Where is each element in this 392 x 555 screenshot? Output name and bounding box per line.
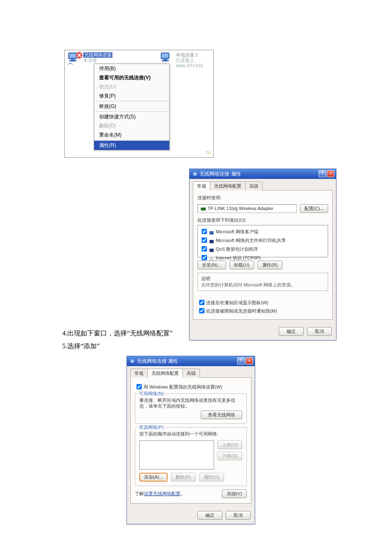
- item-checkbox[interactable]: [202, 237, 207, 243]
- help-button[interactable]: ?: [319, 170, 326, 177]
- tab-panel: 连接时使用: TP-LINK 11b/g Wireless Adapter 配置…: [193, 191, 333, 320]
- list-item[interactable]: QoS 数据包计划程序: [200, 244, 326, 253]
- svg-rect-12: [209, 240, 214, 243]
- menu-rename[interactable]: 重命名(M): [94, 130, 169, 139]
- dialog-footer: 确定 取消: [190, 323, 336, 340]
- view-wireless-button[interactable]: 查看无线网络: [201, 411, 242, 419]
- window-icon: [129, 358, 135, 364]
- dialog-body: 常规 无线网络配置 高级 连接时使用: TP-LINK 11b/g Wirele…: [190, 179, 336, 323]
- dialog-titlebar[interactable]: 无线网络连接 属性 ? ×: [190, 169, 336, 179]
- use-windows-checkbox[interactable]: [136, 384, 142, 389]
- preferred-networks-group: 首选网络(P): 按下面的顺序自动连接到一个可用网络: 上移(U) 下移(D) …: [135, 427, 247, 486]
- tab-panel: 用 Windows 配置我的无线网络设置(W) 可用网络(N): 要连接、断开区…: [130, 378, 251, 504]
- tcpip-icon: [209, 256, 214, 261]
- svg-rect-6: [162, 54, 168, 58]
- learn-link[interactable]: 设置无线网络配置: [144, 491, 180, 496]
- item-properties-button[interactable]: 属性(R): [258, 261, 282, 269]
- item-checkbox[interactable]: [202, 255, 207, 260]
- description-title: 说明: [201, 276, 324, 282]
- tab-advanced[interactable]: 高级: [245, 181, 263, 191]
- items-list[interactable]: Microsoft 网络客户端 Microsoft 网络的文件和打印机共享 Qo…: [197, 225, 328, 257]
- lan-title: 本地连接 2: [176, 52, 198, 57]
- adapter-name: TP-LINK 11b/g Wireless Adapter: [207, 206, 273, 211]
- document-page: 无线网络连接 未连接 本地连接 2 已连接上 altek RTL810 停用(B…: [0, 0, 392, 555]
- wireless-status: 未连接: [83, 58, 97, 63]
- connect-using-label: 连接时使用:: [197, 195, 328, 201]
- menu-delete: 删除(D): [94, 121, 169, 130]
- lan-status: 已连接上: [176, 58, 194, 63]
- lan-adapter: altek RTL810: [176, 63, 203, 68]
- show-icon-checkbox[interactable]: [199, 300, 205, 305]
- item-checkbox[interactable]: [202, 246, 207, 252]
- step5-caption: 5.选择“添加”: [62, 342, 100, 351]
- notify-row[interactable]: 此连接被限制或无连接时通知我(M): [197, 306, 328, 314]
- install-button[interactable]: 安装(N)...: [197, 261, 226, 269]
- use-windows-row[interactable]: 用 Windows 配置我的无线网络设置(W): [135, 382, 247, 390]
- menu-separator: [94, 111, 169, 112]
- svg-rect-3: [69, 60, 76, 61]
- remove-button: 删除(R): [171, 473, 196, 482]
- cancel-button[interactable]: 取消: [307, 327, 332, 336]
- cancel-button[interactable]: 取消: [226, 511, 251, 520]
- move-down-button: 下移(D): [217, 452, 242, 460]
- list-item[interactable]: Microsoft 网络的文件和打印机共享: [200, 235, 326, 244]
- service-icon: [209, 239, 214, 243]
- ok-button[interactable]: 确定: [279, 327, 304, 336]
- items-label: 此连接使用下列项目(O):: [197, 217, 328, 223]
- menu-repair[interactable]: 修复(P): [94, 91, 169, 100]
- tab-advanced[interactable]: 高级: [183, 369, 200, 378]
- description-text: 允许您的计算机访问 Microsoft 网络上的资源。: [201, 282, 324, 288]
- dialog-footer: 确定 取消: [127, 507, 255, 524]
- preferred-networks-desc: 按下面的顺序自动连接到一个可用网络:: [139, 431, 242, 437]
- advanced-button[interactable]: 高级(V): [222, 489, 247, 498]
- learn-text: 了解设置无线网络配置。: [135, 491, 185, 497]
- wireless-title: 无线网络连接: [83, 52, 112, 58]
- svg-rect-2: [71, 59, 75, 60]
- description-box: 说明 允许您的计算机访问 Microsoft 网络上的资源。: [197, 273, 328, 291]
- tab-general[interactable]: 常规: [130, 369, 148, 378]
- list-item[interactable]: Microsoft 网络客户端: [200, 227, 326, 235]
- tab-wireless-config[interactable]: 无线网络配置: [147, 369, 183, 378]
- lan-connection-label: 本地连接 2 已连接上 altek RTL810: [176, 51, 203, 68]
- available-networks-desc: 要连接、断开区域内无线网络或查找有关更多信息，请单击下面的按钮。: [139, 397, 242, 409]
- menu-status: 状态(U): [94, 82, 169, 91]
- svg-rect-8: [162, 60, 169, 61]
- add-button[interactable]: 添加(A)...: [139, 473, 168, 482]
- dialog-titlebar[interactable]: 无线网络连接 属性 ? ×: [127, 356, 255, 366]
- tab-wireless-config[interactable]: 无线网络配置: [210, 181, 246, 191]
- menu-properties[interactable]: 属性(R): [94, 141, 169, 150]
- notify-checkbox[interactable]: [199, 308, 205, 313]
- wireless-computer-icon: [67, 51, 83, 66]
- item-checkbox[interactable]: [202, 229, 207, 234]
- watermark: tu: [206, 149, 211, 155]
- available-networks-group: 可用网络(N): 要连接、断开区域内无线网络或查找有关更多信息，请单击下面的按钮…: [135, 394, 247, 424]
- close-button[interactable]: ×: [246, 357, 253, 364]
- preferred-networks-list[interactable]: [139, 440, 214, 469]
- wireless-connection-label: 无线网络连接 未连接: [83, 51, 112, 63]
- tab-general[interactable]: 常规: [193, 181, 210, 191]
- menu-bridge[interactable]: 桥接(G): [94, 102, 169, 111]
- menu-shortcut[interactable]: 创建快捷方式(S): [94, 112, 169, 121]
- pref-properties-button: 属性(O): [199, 473, 224, 482]
- step4-caption: 4.出现如下窗口，选择“无线网络配置”: [62, 329, 173, 338]
- ok-button[interactable]: 确定: [197, 511, 222, 520]
- menu-disable[interactable]: 停用(B): [94, 64, 169, 73]
- uninstall-button[interactable]: 卸载(U): [229, 261, 254, 269]
- available-networks-title: 可用网络(N):: [138, 391, 166, 397]
- adapter-icon: [200, 207, 206, 211]
- window-icon: [192, 171, 198, 177]
- show-icon-row[interactable]: 连接后在通知区域显示图标(W): [197, 298, 328, 306]
- move-up-button: 上移(U): [217, 440, 242, 449]
- client-icon: [209, 230, 214, 235]
- svg-rect-10: [201, 208, 206, 210]
- menu-view-wireless[interactable]: 查看可用的无线连接(V): [94, 73, 169, 82]
- configure-button[interactable]: 配置(C)...: [300, 204, 328, 213]
- close-button[interactable]: ×: [327, 170, 334, 177]
- qos-icon: [209, 247, 214, 252]
- adapter-field: TP-LINK 11b/g Wireless Adapter: [197, 204, 297, 213]
- menu-separator: [94, 101, 169, 101]
- svg-rect-7: [163, 59, 167, 60]
- help-button[interactable]: ?: [237, 357, 245, 364]
- svg-rect-11: [209, 231, 214, 235]
- list-item[interactable]: Internet 协议 (TCP/IP): [200, 253, 326, 262]
